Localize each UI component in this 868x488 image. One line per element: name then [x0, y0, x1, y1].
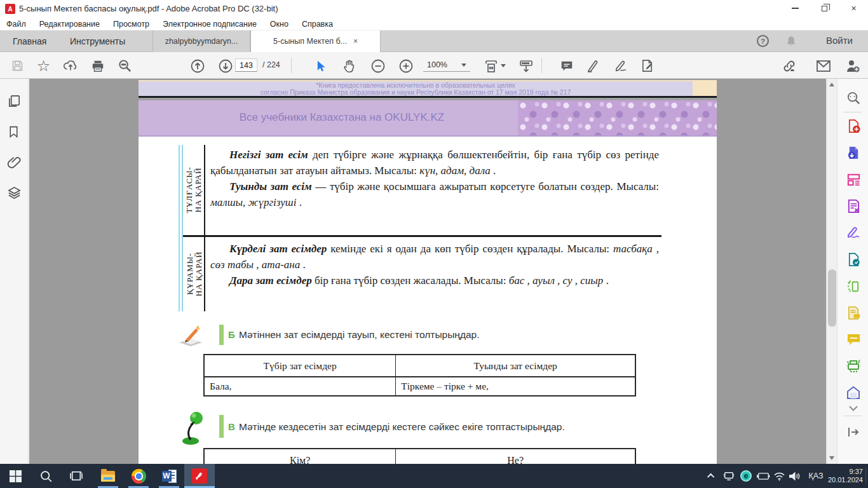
convert-pdf-icon[interactable]	[846, 252, 861, 267]
exercise-v-letter: В	[228, 421, 235, 432]
next-page-icon[interactable]	[217, 57, 234, 74]
watermark-band: *Книга предоставлена исключительно в обр…	[139, 80, 717, 96]
crop-pages-icon[interactable]	[846, 278, 861, 294]
chrome-icon[interactable]	[123, 464, 154, 488]
create-pdf-icon[interactable]	[846, 118, 861, 133]
zoom-level-dropdown[interactable]: 100%	[423, 58, 470, 72]
menu-help[interactable]: Справка	[302, 20, 333, 29]
table-v-header-right: Не?	[396, 449, 635, 464]
help-icon[interactable]: ?	[757, 35, 769, 47]
menu-window[interactable]: Окно	[270, 20, 288, 29]
layers-icon[interactable]	[7, 186, 22, 203]
bookmarks-icon[interactable]	[7, 125, 20, 142]
more-tools-icon[interactable]	[846, 385, 861, 400]
table-b-cell-left: Бала,	[205, 377, 396, 395]
page-fit-dropdown-icon[interactable]	[482, 57, 507, 74]
tray-battery-icon[interactable]	[755, 464, 771, 488]
page-number-input[interactable]: 143	[235, 58, 257, 72]
restore-button[interactable]	[810, 0, 839, 17]
request-signature-icon[interactable]	[846, 305, 861, 320]
table-b-cell-right: Тіркеме – тірке + ме,	[396, 377, 635, 395]
sign-in-button[interactable]: Войти	[826, 35, 853, 46]
zoom-in-icon[interactable]	[397, 57, 414, 74]
cloud-upload-icon[interactable]	[62, 57, 79, 74]
share-person-icon[interactable]	[844, 57, 861, 74]
table-v-header-left: Кім?	[205, 449, 396, 464]
share-link-icon[interactable]	[780, 57, 797, 74]
pdf-page: *Книга предоставлена исключительно в обр…	[139, 80, 717, 464]
menu-view[interactable]: Просмотр	[113, 20, 149, 29]
rule-row-1-text: Негізгі зат есім деп түбірге және жұрнақ…	[210, 147, 659, 211]
tray-volume-icon[interactable]	[787, 464, 802, 488]
attachments-paperclip-icon[interactable]	[7, 155, 22, 172]
organize-pages-icon[interactable]	[846, 198, 861, 214]
exercise-v-text: Мәтінде кездесетін зат есімдерді кестеге…	[239, 421, 565, 433]
tray-time: 9:37	[850, 468, 863, 476]
taskbar-search-icon[interactable]	[31, 464, 61, 488]
edit-pdf-icon[interactable]	[846, 172, 861, 187]
select-tool-icon[interactable]	[311, 57, 329, 74]
right-tools-rail	[837, 79, 868, 464]
save-icon[interactable]	[9, 57, 26, 74]
chevron-down-icon[interactable]	[846, 400, 861, 416]
stamp-edit-icon[interactable]	[639, 57, 656, 74]
scan-ocr-icon[interactable]	[846, 358, 861, 374]
zoom-out-icon[interactable]	[369, 57, 386, 74]
row-label-tulgasy: ТҰЛҒАСЫ- НА ҚАРАЙ	[185, 145, 203, 235]
comment-icon[interactable]	[558, 57, 575, 74]
highlight-icon[interactable]	[585, 57, 602, 74]
file-explorer-icon[interactable]	[93, 464, 123, 488]
show-desktop-button[interactable]	[865, 468, 868, 484]
menu-file[interactable]: Файл	[6, 20, 26, 29]
hand-tool-icon[interactable]	[341, 57, 358, 74]
notifications-bell-icon[interactable]	[785, 36, 797, 50]
menu-bar: Файл Редактирование Просмотр Электронное…	[0, 18, 868, 30]
tray-display-icon[interactable]	[721, 464, 737, 488]
grammar-rule-table: ТҰЛҒАСЫ- НА ҚАРАЙ ҚҰРАМЫ- НА ҚАРАЙ Негіз…	[179, 145, 661, 311]
tab-tools[interactable]: Инструменты	[70, 30, 125, 52]
minimize-button[interactable]	[781, 0, 810, 17]
clock[interactable]: 9:37 20.01.2024	[829, 464, 863, 488]
page-thumbnails-icon[interactable]	[7, 94, 22, 111]
star-favorite-icon[interactable]: ☆	[35, 57, 52, 74]
export-pdf-icon[interactable]	[846, 145, 861, 160]
previous-page-icon[interactable]	[189, 57, 206, 74]
tab-close-icon[interactable]: ×	[353, 37, 358, 46]
collapse-panel-icon[interactable]	[846, 424, 861, 440]
tab-home[interactable]: Главная	[13, 30, 46, 52]
close-button[interactable]: ×	[839, 0, 868, 17]
scroll-up-arrow[interactable]	[829, 83, 834, 86]
title-bar: A 5-сынып Мектеп баспасы оқулық.pdf - Ad…	[0, 0, 868, 18]
email-icon[interactable]	[815, 57, 832, 74]
site-banner-text: Все учебники Казахстана на OKULYK.KZ	[139, 111, 545, 124]
search-icon[interactable]	[116, 57, 133, 74]
start-button[interactable]	[0, 464, 31, 488]
search-document-icon[interactable]	[846, 90, 861, 105]
task-view-icon[interactable]	[61, 464, 92, 488]
reading-mode-icon[interactable]	[517, 57, 534, 74]
word-icon[interactable]: W	[154, 464, 184, 488]
tray-expand-chevron[interactable]	[705, 464, 718, 488]
acrobat-taskbar-icon[interactable]	[184, 464, 215, 488]
tray-date: 20.01.2024	[828, 476, 863, 484]
scroll-down-arrow[interactable]	[829, 456, 834, 460]
language-indicator[interactable]: ҚАЗ	[803, 464, 829, 488]
comment-tool-icon[interactable]	[846, 332, 861, 347]
document-tab-2-active[interactable]: 5-сынып Мектеп б... ×	[250, 30, 381, 52]
watermark-line-2: согласно Приказа Министра образования и …	[139, 88, 693, 96]
row-label-quramy: ҚҰРАМЫ- НА ҚАРАЙ	[185, 237, 203, 311]
tab-bar: Главная Инструменты zhalpybbyymdaryn... …	[0, 30, 868, 52]
scrollbar-thumb[interactable]	[828, 269, 836, 327]
tray-eset-icon[interactable]: e	[738, 464, 754, 488]
fill-sign-tool-icon[interactable]	[846, 225, 861, 240]
menu-esign[interactable]: Электронное подписание	[163, 20, 257, 29]
vertical-scrollbar[interactable]	[826, 79, 837, 464]
document-workspace: *Книга предоставлена исключительно в обр…	[0, 79, 868, 464]
document-canvas[interactable]: *Книга предоставлена исключительно в обр…	[29, 79, 826, 464]
document-tab-1[interactable]: zhalpybbyymdaryn...	[153, 30, 250, 52]
print-icon[interactable]	[89, 57, 106, 74]
tray-wifi-icon[interactable]	[771, 464, 787, 488]
noun-table: Түбір зат есімдер Туынды зат есімдер Бал…	[203, 354, 636, 396]
menu-edit[interactable]: Редактирование	[39, 20, 100, 29]
fill-sign-icon[interactable]	[613, 57, 630, 74]
